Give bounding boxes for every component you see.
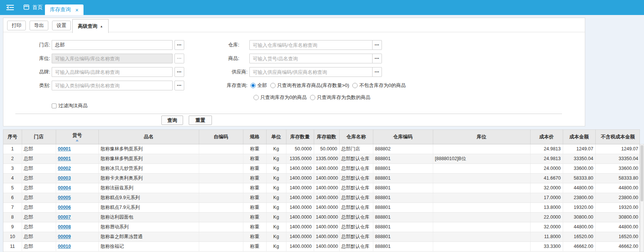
settings-button[interactable]: 设置 — [52, 21, 71, 30]
cell: 称重 — [243, 212, 266, 222]
cell — [433, 242, 530, 251]
radio-label: 只查询库存为负数的商品 — [317, 94, 370, 101]
table-row-1[interactable]: 1总部00001散称豫林多鸭蛋系列称重Kg50.000050.0000总部门店8… — [3, 144, 640, 154]
cell: 散称卡夫奥利奥系列 — [98, 173, 199, 183]
radio-checked-icon — [250, 83, 256, 88]
cell: 散称糕点7.9元系列 — [98, 202, 199, 212]
brand-picker-button[interactable]: ••• — [174, 67, 184, 77]
column-header-4[interactable]: 品名 — [98, 130, 199, 144]
column-header-13[interactable]: 成本价 — [530, 130, 563, 144]
bin-input — [52, 54, 173, 63]
store-picker-button[interactable]: ••• — [174, 40, 184, 50]
table-row-6[interactable]: 6总部00005散称糕点9.9元系列称重Kg1400.00001400.0000… — [3, 193, 640, 202]
export-button[interactable]: 导出 — [30, 21, 48, 30]
close-tab-icon[interactable]: × — [75, 7, 79, 13]
cell: 总部默认仓库 — [339, 202, 373, 212]
cell: 1400.0000 — [314, 193, 339, 202]
table-row-3[interactable]: 3总部00002散称冰贝儿炒货系列称重Kg1400.00001400.0000总… — [3, 164, 640, 173]
store-label: 门店: — [24, 40, 50, 50]
cell: 1249.07 — [595, 144, 640, 154]
print-button[interactable]: 打印 — [7, 21, 26, 30]
column-header-9[interactable]: 库存箱数 — [314, 130, 339, 144]
column-header-11[interactable]: 仓库编码 — [373, 130, 433, 144]
vertical-scrollbar[interactable] — [640, 144, 644, 252]
column-header-2[interactable]: 门店 — [22, 130, 56, 144]
supplier-picker-button[interactable]: ••• — [372, 67, 382, 77]
home-tab-label: 首页 — [32, 4, 43, 11]
category-picker-button[interactable]: ••• — [174, 81, 184, 90]
scrollbar-thumb[interactable] — [641, 145, 643, 201]
cell: 1400.0000 — [314, 222, 339, 232]
table-row-11[interactable]: 11总部00010散称徐福记称重Kg1400.00001400.0000总部默认… — [3, 242, 640, 251]
warehouse-picker-button[interactable]: ••• — [372, 40, 382, 50]
item-code-link[interactable]: 00004 — [58, 185, 71, 190]
column-header-10[interactable]: 仓库名称 — [339, 130, 373, 144]
cell: 888801 — [373, 222, 433, 232]
radio-label: 全部 — [257, 82, 267, 89]
brand-input[interactable] — [52, 67, 173, 77]
column-header-7[interactable]: 单位 — [266, 130, 286, 144]
category-input[interactable] — [52, 81, 173, 90]
cell — [199, 212, 243, 222]
table-row-5[interactable]: 5总部00004散称法丽兹系列称重Kg1400.00001400.0000总部默… — [3, 183, 640, 193]
table-row-4[interactable]: 4总部00003散称卡夫奥利奥系列称重Kg1400.00001400.0000总… — [3, 173, 640, 183]
item-code-link[interactable]: 00001 — [58, 146, 71, 152]
table-row-2[interactable]: 2总部00001散称豫林多鸭蛋系列称重Kg1335.00001335.0000总… — [3, 154, 640, 164]
cell: 1400.0000 — [286, 173, 314, 183]
cell: 44800.00 — [595, 183, 640, 193]
cell: 44800.00 — [563, 222, 595, 232]
item-code-link[interactable]: 00003 — [58, 176, 71, 181]
cell: 称重 — [243, 183, 266, 193]
item-code-link[interactable]: 00010 — [58, 244, 71, 249]
item-code-link[interactable]: 00007 — [58, 214, 71, 220]
cell: 1400.0000 — [286, 212, 314, 222]
reset-button[interactable]: 重置 — [189, 116, 212, 125]
cell — [433, 173, 530, 183]
supplier-input[interactable] — [249, 67, 380, 77]
advanced-query-toggle[interactable]: 高级查询 ▲ — [72, 19, 109, 33]
store-input[interactable] — [52, 40, 173, 50]
radio-stock-only-zero[interactable]: 只查询库存为0的商品 — [253, 94, 307, 101]
table-row-10[interactable]: 10总部00009散称喜之郎果冻普通称重Kg1400.00001400.0000… — [3, 232, 640, 242]
column-header-12[interactable]: 库位 — [433, 130, 530, 144]
cell: 00004 — [56, 183, 98, 193]
column-header-3[interactable]: 货号 — [56, 130, 98, 144]
item-code-link[interactable]: 00001 — [58, 156, 71, 161]
item-code-link[interactable]: 00008 — [58, 224, 71, 230]
item-code-link[interactable]: 00006 — [58, 205, 71, 210]
column-header-5[interactable]: 自编码 — [199, 130, 243, 144]
radio-stock-exclude-zero[interactable]: 不包含库存为0的商品 — [352, 82, 405, 89]
cell: 称重 — [243, 164, 266, 173]
item-code-link[interactable]: 00005 — [58, 195, 71, 200]
column-header-8[interactable]: 库存数量 — [286, 130, 314, 144]
table-row-9[interactable]: 9总部00008散称唇动系列称重Kg1400.00001400.0000总部默认… — [3, 222, 640, 232]
cell: 888801 — [373, 164, 433, 173]
item-code-link[interactable]: 00009 — [58, 234, 71, 239]
tab-inventory-query[interactable]: 库存查询 × — [45, 4, 83, 15]
product-input[interactable] — [249, 54, 380, 63]
warehouse-input[interactable] — [249, 40, 380, 50]
radio-stock-only-negative[interactable]: 只查询库存为负数的商品 — [310, 94, 370, 101]
filter-discontinued-checkbox[interactable]: 过滤淘汰商品 — [52, 102, 88, 109]
cell: 总部 — [22, 164, 56, 173]
cell — [199, 144, 243, 154]
cell: 1 — [3, 144, 22, 154]
cell: 1335.0000 — [314, 154, 339, 164]
column-header-1[interactable]: 序号 — [3, 130, 22, 144]
collapse-menu-icon[interactable] — [6, 4, 14, 11]
table-row-8[interactable]: 8总部00007散称达利园面包称重Kg1400.00001400.0000总部默… — [3, 212, 640, 222]
column-header-6[interactable]: 规格 — [243, 130, 266, 144]
product-picker-button[interactable]: ••• — [372, 54, 382, 63]
query-button[interactable]: 查询 — [161, 116, 183, 125]
cell: 00003 — [56, 173, 98, 183]
cell: 33600.00 — [595, 164, 640, 173]
radio-stock-valid[interactable]: 只查询有效库存商品(库存数量>0) — [270, 82, 349, 89]
column-header-15[interactable]: 不含税成本金额 — [595, 130, 640, 144]
cell: 总部 — [22, 202, 56, 212]
item-code-link[interactable]: 00002 — [58, 166, 71, 171]
table-row-7[interactable]: 7总部00006散称糕点7.9元系列称重Kg1400.00001400.0000… — [3, 202, 640, 212]
column-header-14[interactable]: 成本金额 — [563, 130, 595, 144]
cell: 称重 — [243, 222, 266, 232]
tab-home[interactable]: 首页 — [19, 0, 46, 15]
radio-stock-all[interactable]: 全部 — [250, 82, 267, 89]
